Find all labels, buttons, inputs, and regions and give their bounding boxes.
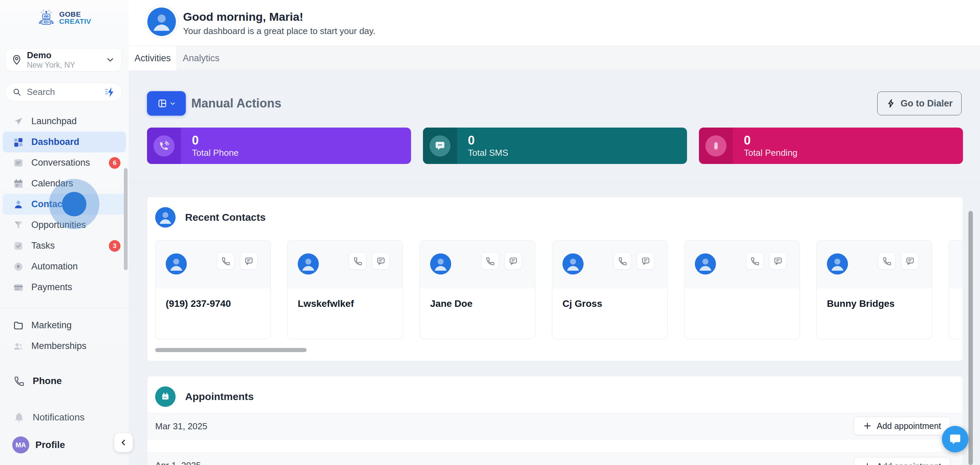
sidebar-item-label: Calendars: [31, 178, 73, 189]
contact-card[interactable]: [949, 240, 963, 339]
phone-icon: [618, 257, 627, 266]
appointment-day-row: Apr 1, 2025: [147, 452, 963, 465]
add-appointment-button[interactable]: Add appointment: [854, 417, 950, 435]
page-subtitle: Your dashboard is a great place to start…: [183, 26, 375, 37]
stat-strip: [423, 127, 457, 164]
plus-icon: [863, 421, 872, 430]
tab-analytics[interactable]: Analytics: [177, 46, 225, 70]
message-contact-button[interactable]: [372, 252, 390, 270]
phone-icon: [221, 257, 231, 266]
recent-contacts-panel: Recent Contacts (919) 237-9740 Lwskefwlk…: [147, 197, 963, 361]
brand-line2: CREATIV: [59, 18, 91, 25]
call-contact-button[interactable]: [614, 252, 631, 270]
sidebar-item-launchpad[interactable]: Launchpad: [3, 111, 126, 132]
play-circle-icon: [13, 261, 24, 272]
sidebar-item-dashboard[interactable]: Dashboard: [3, 132, 126, 152]
message-icon: [244, 257, 253, 266]
avatar: [827, 254, 848, 275]
page-title: Good morning, Maria!: [183, 10, 303, 24]
stat-label: Total Phone: [192, 148, 239, 158]
sidebar-item-opportunities[interactable]: Opportunities: [3, 215, 126, 235]
message-contact-button[interactable]: [901, 252, 919, 270]
contact-card[interactable]: Jane Doe: [420, 240, 535, 339]
brand-logo[interactable]: GOBE CREATIV: [0, 9, 129, 27]
contacts-section-icon: [155, 207, 176, 228]
person-icon: [13, 199, 24, 210]
sidebar-item-phone[interactable]: Phone: [0, 371, 129, 390]
phone-icon: [882, 257, 891, 266]
sidebar-item-marketing[interactable]: Marketing: [3, 315, 126, 336]
contact-card[interactable]: [684, 240, 800, 339]
bell-icon: [14, 412, 24, 423]
sidebar-item-payments[interactable]: Payments: [3, 277, 126, 298]
credit-card-icon: [13, 282, 24, 293]
avatar: [166, 254, 187, 275]
contact-name: Bunny Bridges: [827, 298, 894, 309]
sidebar-item-automation[interactable]: Automation: [3, 256, 126, 277]
sidebar-item-label: Marketing: [31, 320, 72, 331]
add-appointment-button[interactable]: Add appointment: [854, 457, 950, 465]
message-icon: [376, 257, 385, 266]
contact-name: Lwskefwlkef: [298, 298, 354, 309]
call-contact-button[interactable]: [481, 252, 499, 270]
message-contact-button[interactable]: [769, 252, 787, 270]
avatar: MA: [12, 436, 29, 454]
location-switcher[interactable]: Demo New York, NY: [5, 48, 122, 71]
sidebar-item-profile[interactable]: MA Profile: [0, 435, 129, 454]
sidebar-item-memberships[interactable]: Memberships: [3, 336, 126, 351]
quick-actions-icon[interactable]: [105, 86, 116, 98]
sidebar-item-notifications[interactable]: Notifications: [0, 408, 129, 427]
sidebar-scrollbar[interactable]: [124, 168, 127, 270]
phone-waves-icon: [153, 135, 175, 157]
phone-icon: [750, 257, 759, 266]
contact-card[interactable]: Lwskefwlkef: [287, 240, 403, 339]
sidebar-item-calendars[interactable]: Calendars: [3, 173, 126, 194]
stat-card-total-phone[interactable]: 0 Total Phone: [147, 127, 411, 164]
add-appointment-label: Add appointment: [877, 421, 941, 431]
sidebar-item-tasks[interactable]: Tasks 3: [3, 235, 126, 256]
message-contact-button[interactable]: [240, 252, 258, 270]
paper-plane-icon: [13, 116, 24, 127]
sidebar-item-label: Opportunities: [31, 220, 86, 230]
message-contact-button[interactable]: [504, 252, 522, 270]
message-contact-button[interactable]: [637, 252, 654, 270]
contacts-horizontal-scrollbar[interactable]: [155, 348, 307, 352]
sidebar-item-label: Conversations: [31, 157, 90, 168]
call-contact-button[interactable]: [878, 252, 896, 270]
search-input[interactable]: [26, 86, 105, 98]
stat-strip: [147, 127, 181, 164]
phone-icon: [353, 257, 363, 266]
people-icon: [13, 341, 24, 351]
location-pin-icon: [11, 54, 22, 65]
sidebar-item-conversations[interactable]: Conversations 6: [3, 152, 126, 173]
contact-card[interactable]: Bunny Bridges: [816, 240, 932, 339]
tab-activities[interactable]: Activities: [129, 46, 177, 70]
section-divider: [129, 183, 980, 183]
call-contact-button[interactable]: [217, 252, 234, 270]
profile-label: Profile: [35, 440, 65, 451]
pending-note-icon: [705, 135, 727, 157]
sidebar-item-label: Tasks: [31, 241, 55, 251]
folder-icon: [13, 320, 24, 331]
contact-card[interactable]: Cj Gross: [552, 240, 668, 339]
search-icon: [13, 88, 21, 97]
page-scrollbar[interactable]: [969, 211, 973, 465]
call-contact-button[interactable]: [349, 252, 366, 270]
layout-icon: [157, 98, 167, 108]
contact-card[interactable]: (919) 237-9740: [155, 240, 271, 339]
robot-logo-icon: [37, 9, 55, 27]
stat-body: 0 Total Pending: [733, 127, 798, 164]
go-to-dialer-button[interactable]: Go to Dialer: [877, 92, 962, 115]
page-header: Good morning, Maria! Your dashboard is a…: [129, 0, 980, 46]
sidebar-item-contacts[interactable]: Contacts: [3, 194, 126, 215]
call-contact-button[interactable]: [746, 252, 764, 270]
chat-widget-button[interactable]: [942, 426, 969, 452]
sidebar-collapse-button[interactable]: [115, 433, 133, 452]
stat-card-total-pending[interactable]: 0 Total Pending: [699, 127, 963, 164]
stat-label: Total Pending: [744, 148, 798, 158]
widget-layout-dropdown-button[interactable]: [147, 91, 186, 116]
location-city: New York, NY: [27, 60, 106, 70]
stat-card-total-sms[interactable]: 0 Total SMS: [423, 127, 687, 164]
section-title-manual-actions: Manual Actions: [191, 91, 282, 116]
location-name: Demo: [27, 50, 106, 60]
